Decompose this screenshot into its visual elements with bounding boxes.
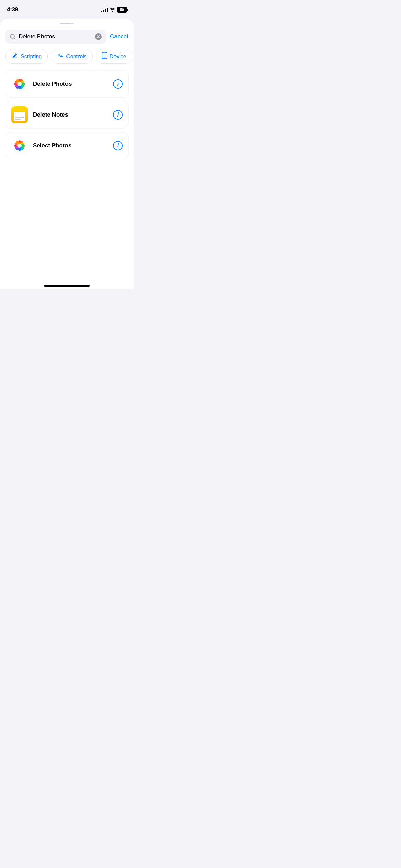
result-label-delete-photos: Delete Photos [33,81,108,87]
search-input[interactable] [19,33,92,40]
svg-point-8 [104,58,105,58]
home-indicator [44,285,90,287]
sheet: Cancel Scripting [0,19,134,289]
device-chip-label: Device [110,53,126,60]
search-bar-row: Cancel [0,30,134,44]
controls-icon [57,52,64,61]
filter-chip-scripting[interactable]: Scripting [5,49,48,64]
svg-point-34 [17,144,22,148]
photos-app-icon [11,75,28,93]
wifi-icon [110,8,115,12]
info-button-select-photos[interactable]: i [113,141,123,150]
result-item-select-photos[interactable]: Select Photos i [5,132,128,159]
svg-rect-5 [60,56,63,57]
photos-app-icon-2 [11,137,28,154]
result-item-delete-notes[interactable]: Delete Notes i [5,101,128,128]
svg-point-21 [17,82,22,86]
signal-icon [101,7,108,12]
status-icons: 50 [101,7,127,13]
info-button-delete-notes[interactable]: i [113,110,123,120]
status-bar: 4:39 50 [0,0,134,17]
clear-search-button[interactable] [95,33,102,40]
scripting-chip-label: Scripting [21,53,42,60]
search-icon [10,34,16,40]
result-label-delete-notes: Delete Notes [33,111,108,118]
device-icon [102,52,107,61]
sheet-handle [60,23,74,24]
result-label-select-photos: Select Photos [33,142,108,149]
status-time: 4:39 [7,6,18,13]
result-item-delete-photos[interactable]: Delete Photos i [5,71,128,97]
cancel-button[interactable]: Cancel [110,33,128,40]
search-input-container[interactable] [5,30,106,44]
filter-chips: Scripting Controls [0,49,134,64]
svg-rect-7 [104,53,106,53]
battery-icon: 50 [117,7,127,13]
filter-chip-device[interactable]: Device [96,49,132,64]
controls-chip-label: Controls [66,53,87,60]
scripting-icon [11,52,18,61]
results-list: Delete Photos i Delete Notes i [0,71,134,159]
notes-app-icon [11,106,28,123]
filter-chip-controls[interactable]: Controls [51,49,93,64]
svg-rect-4 [58,55,61,55]
info-button-delete-photos[interactable]: i [113,79,123,89]
